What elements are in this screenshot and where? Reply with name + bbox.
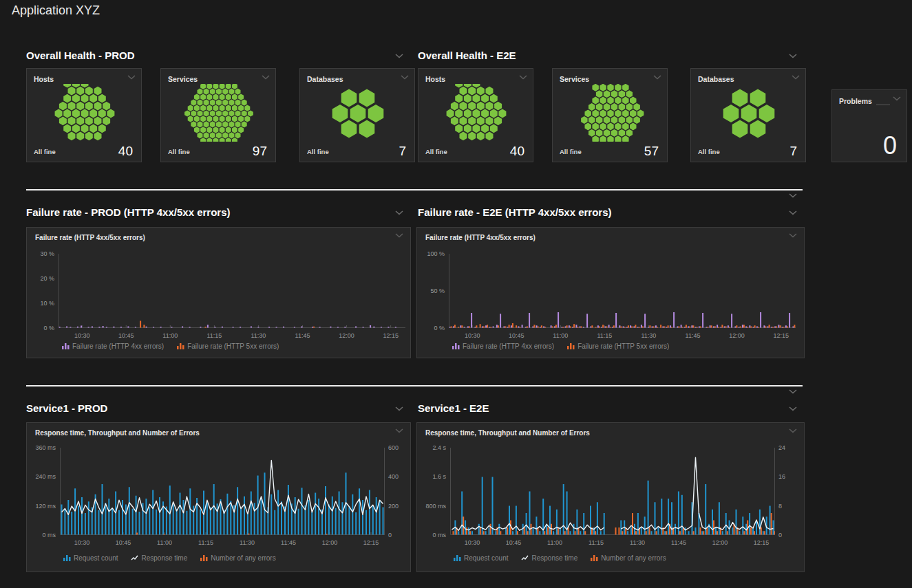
x-axis-label: 12:15 bbox=[770, 332, 793, 339]
y-axis-label: 800 ms bbox=[417, 503, 446, 510]
section-chevron-icon[interactable] bbox=[789, 54, 797, 58]
health-tile-databases-prod[interactable]: Databases All fine 7 bbox=[299, 68, 415, 162]
failure-rate-e2e-plot bbox=[449, 254, 796, 328]
x-axis-label: 11:00 bbox=[543, 539, 566, 546]
y2-axis-label: 16 bbox=[778, 473, 799, 480]
tile-title: Hosts bbox=[425, 75, 445, 83]
section-divider bbox=[26, 189, 803, 190]
bar-series-icon bbox=[200, 554, 208, 562]
entity-count: 7 bbox=[789, 144, 797, 159]
tile-title: Databases bbox=[698, 75, 734, 83]
legend-item[interactable]: Response time bbox=[521, 554, 578, 562]
health-tile-hosts-prod[interactable]: Hosts All fine 40 bbox=[26, 68, 142, 162]
y-axis-label: 30 % bbox=[27, 250, 54, 257]
y2-axis-label: 600 bbox=[388, 444, 409, 451]
databases-honeycomb bbox=[301, 84, 414, 142]
tile-menu-chevron-icon[interactable] bbox=[395, 233, 403, 238]
entity-count: 7 bbox=[399, 144, 406, 159]
status-text: All fine bbox=[307, 148, 329, 155]
divider-chevron-icon[interactable] bbox=[789, 389, 797, 394]
tile-menu-chevron-icon[interactable] bbox=[653, 75, 661, 80]
section-chevron-icon[interactable] bbox=[395, 406, 403, 411]
section-divider bbox=[26, 385, 803, 386]
tile-title: Hosts bbox=[34, 75, 54, 83]
legend-label: Request count bbox=[464, 554, 509, 562]
x-axis-label: 11:00 bbox=[153, 539, 176, 546]
x-axis-label: 11:30 bbox=[626, 539, 649, 546]
legend-item[interactable]: Failure rate (HTTP 5xx errors) bbox=[176, 342, 279, 350]
hosts-honeycomb bbox=[28, 84, 141, 142]
y2-axis-label: 8 bbox=[778, 503, 799, 510]
y2-axis-label: 24 bbox=[778, 444, 799, 451]
tile-menu-chevron-icon[interactable] bbox=[395, 428, 403, 433]
tile-menu-chevron-icon[interactable] bbox=[401, 75, 409, 80]
legend-item[interactable]: Request count bbox=[63, 554, 118, 562]
status-text: All fine bbox=[698, 148, 720, 155]
legend-item[interactable]: Number of any errors bbox=[590, 554, 666, 562]
legend-label: Response time bbox=[532, 554, 578, 562]
bar-series-icon bbox=[566, 342, 575, 350]
section-chevron-icon[interactable] bbox=[395, 54, 403, 58]
health-tile-services-prod[interactable]: Services All fine 97 bbox=[160, 68, 276, 162]
legend-label: Number of any errors bbox=[601, 554, 666, 562]
bar-series-icon bbox=[176, 342, 184, 350]
problems-count: 0 bbox=[883, 131, 897, 160]
tile-menu-chevron-icon[interactable] bbox=[789, 428, 797, 433]
tile-menu-chevron-icon[interactable] bbox=[519, 75, 527, 80]
legend-label: Response time bbox=[142, 554, 188, 562]
failure-rate-prod-chart-tile[interactable]: Failure rate (HTTP 4xx/5xx errors) 30 %2… bbox=[26, 227, 411, 358]
y-axis-label: 0 % bbox=[27, 325, 54, 331]
chart-title: Response time, Throughput and Number of … bbox=[35, 429, 200, 437]
health-tile-hosts-e2e[interactable]: Hosts All fine 40 bbox=[418, 68, 533, 162]
legend-item[interactable]: Failure rate (HTTP 5xx errors) bbox=[566, 342, 669, 350]
hosts-honeycomb bbox=[420, 84, 533, 142]
bar-series-icon bbox=[61, 342, 70, 350]
chart-legend: Request countResponse timeNumber of any … bbox=[63, 554, 276, 562]
x-axis-label: 11:15 bbox=[584, 539, 608, 546]
dashboard: Application XYZ Overall Health - PROD Ov… bbox=[0, 0, 912, 588]
legend-item[interactable]: Failure rate (HTTP 4xx errors) bbox=[61, 342, 164, 350]
health-tile-databases-e2e[interactable]: Databases All fine 7 bbox=[690, 68, 806, 162]
tile-title: Services bbox=[560, 75, 589, 83]
section-title-service1-e2e: Service1 - E2E bbox=[418, 402, 489, 414]
section-title-overall-health-prod: Overall Health - PROD bbox=[26, 50, 135, 61]
y-axis-label: 50 % bbox=[417, 287, 445, 294]
x-axis-label: 10:45 bbox=[112, 539, 135, 546]
x-axis-label: 11:30 bbox=[637, 332, 660, 339]
service1-prod-plot bbox=[60, 448, 385, 535]
health-tile-services-e2e[interactable]: Services All fine 57 bbox=[552, 68, 668, 162]
legend-item[interactable]: Request count bbox=[453, 554, 509, 562]
tile-menu-chevron-icon[interactable] bbox=[127, 75, 136, 80]
x-axis-label: 11:15 bbox=[194, 539, 218, 546]
legend-item[interactable]: Response time bbox=[131, 554, 188, 562]
section-chevron-icon[interactable] bbox=[395, 210, 403, 215]
tile-menu-chevron-icon[interactable] bbox=[789, 233, 797, 238]
legend-item[interactable]: Failure rate (HTTP 4xx errors) bbox=[452, 342, 554, 350]
tile-menu-chevron-icon[interactable] bbox=[262, 75, 270, 80]
problems-tile[interactable]: Problems 0 bbox=[831, 89, 907, 162]
failure-rate-e2e-chart-tile[interactable]: Failure rate (HTTP 4xx/5xx errors) 100 %… bbox=[416, 227, 805, 358]
line-series-icon bbox=[521, 554, 529, 562]
services-honeycomb bbox=[554, 84, 667, 142]
section-chevron-icon[interactable] bbox=[789, 210, 797, 215]
entity-count: 57 bbox=[644, 144, 659, 159]
legend-label: Number of any errors bbox=[211, 554, 275, 562]
status-text: All fine bbox=[34, 148, 56, 155]
entity-count: 40 bbox=[510, 144, 524, 159]
legend-item[interactable]: Number of any errors bbox=[200, 554, 275, 562]
entity-count: 40 bbox=[118, 144, 133, 159]
section-chevron-icon[interactable] bbox=[789, 406, 797, 411]
bar-series-icon bbox=[452, 342, 460, 350]
tile-menu-chevron-icon[interactable] bbox=[792, 75, 800, 80]
x-axis-label: 11:30 bbox=[246, 332, 270, 339]
services-honeycomb bbox=[162, 84, 275, 142]
tile-menu-chevron-icon[interactable] bbox=[893, 96, 901, 101]
chart-legend: Failure rate (HTTP 4xx errors)Failure ra… bbox=[61, 342, 279, 350]
y-axis-label: 120 ms bbox=[27, 503, 56, 510]
service1-e2e-chart-tile[interactable]: Response time, Throughput and Number of … bbox=[416, 422, 805, 572]
divider-chevron-icon[interactable] bbox=[789, 193, 797, 198]
y2-axis-label: 0 bbox=[388, 532, 409, 538]
x-axis-label: 10:30 bbox=[460, 539, 484, 546]
bar-series-icon bbox=[63, 554, 71, 562]
service1-prod-chart-tile[interactable]: Response time, Throughput and Number of … bbox=[26, 422, 411, 572]
